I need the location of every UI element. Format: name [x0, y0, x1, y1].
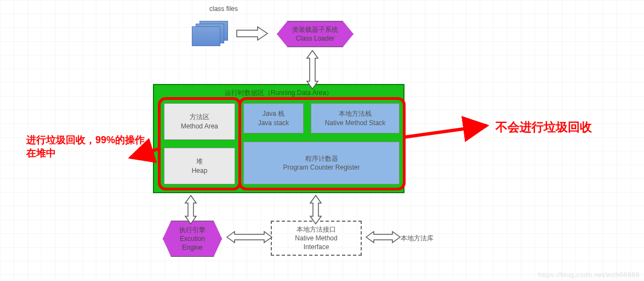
native-method-interface-box: 本地方法接口 Native Method Interface	[271, 221, 362, 256]
execution-engine-hex: 执行引擎 Excution Engine	[163, 221, 222, 257]
class-loader-hex: 类装载器子系统 Class Loader	[277, 21, 354, 47]
class-files-icon	[192, 21, 230, 46]
watermark: https://blog.csdn.net/wzh66888	[538, 271, 640, 279]
no-gc-area-frame	[238, 97, 406, 190]
native-method-library-label: 本地方法库	[401, 234, 434, 243]
callout-right: 不会进行垃圾回收	[495, 119, 638, 136]
callout-left: 进行垃圾回收，99%的操作 在堆中	[26, 133, 152, 160]
gc-area-frame	[158, 97, 241, 190]
class-files-label: class files	[191, 4, 257, 13]
